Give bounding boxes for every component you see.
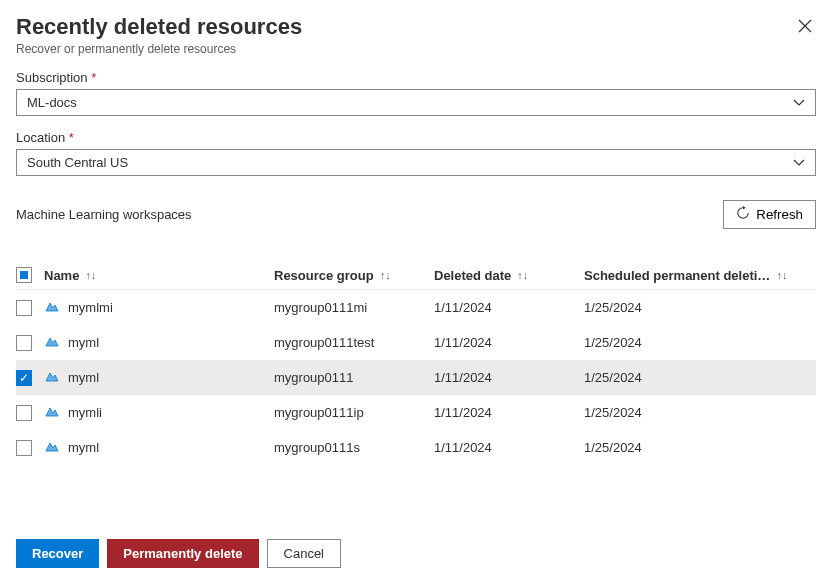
row-checkbox[interactable]: ✓ <box>16 370 32 386</box>
row-checkbox[interactable] <box>16 335 32 351</box>
row-name: mymli <box>68 405 102 420</box>
recover-button[interactable]: Recover <box>16 539 99 568</box>
sort-icon: ↑↓ <box>85 269 96 281</box>
column-header-resource-group[interactable]: Resource group ↑↓ <box>274 268 434 283</box>
row-resource-group: mygroup0111test <box>274 335 434 350</box>
ml-workspace-icon <box>44 333 60 352</box>
row-scheduled-deletion: 1/25/2024 <box>584 370 816 385</box>
table-row[interactable]: ✓mymlmygroup01111/11/20241/25/2024 <box>16 360 816 395</box>
panel-title: Recently deleted resources <box>16 14 302 40</box>
chevron-down-icon <box>793 96 805 110</box>
location-label: Location <box>16 130 65 145</box>
table-row[interactable]: mymlmimygroup0111mi1/11/20241/25/2024 <box>16 290 816 325</box>
column-header-deleted-date[interactable]: Deleted date ↑↓ <box>434 268 584 283</box>
ml-workspace-icon <box>44 298 60 317</box>
row-deleted-date: 1/11/2024 <box>434 440 584 455</box>
row-name: myml <box>68 335 99 350</box>
ml-workspace-icon <box>44 368 60 387</box>
column-header-name[interactable]: Name ↑↓ <box>44 268 274 283</box>
row-checkbox[interactable] <box>16 300 32 316</box>
workspaces-table: Name ↑↓ Resource group ↑↓ Deleted date ↑… <box>16 261 816 465</box>
row-name: myml <box>68 370 99 385</box>
column-header-scheduled-deletion[interactable]: Scheduled permanent deleti… ↑↓ <box>584 268 816 283</box>
row-scheduled-deletion: 1/25/2024 <box>584 440 816 455</box>
row-name: mymlmi <box>68 300 113 315</box>
row-resource-group: mygroup0111ip <box>274 405 434 420</box>
ml-workspace-icon <box>44 403 60 422</box>
ml-workspace-icon <box>44 438 60 457</box>
row-name: myml <box>68 440 99 455</box>
refresh-button[interactable]: Refresh <box>723 200 816 229</box>
row-resource-group: mygroup0111 <box>274 370 434 385</box>
row-deleted-date: 1/11/2024 <box>434 370 584 385</box>
section-label: Machine Learning workspaces <box>16 207 192 222</box>
row-checkbox[interactable] <box>16 440 32 456</box>
close-icon[interactable] <box>794 14 816 40</box>
row-deleted-date: 1/11/2024 <box>434 405 584 420</box>
panel-subtitle: Recover or permanently delete resources <box>16 42 302 56</box>
select-all-checkbox[interactable] <box>16 267 32 283</box>
refresh-icon <box>736 206 750 223</box>
subscription-select[interactable]: ML-docs <box>16 89 816 116</box>
table-row[interactable]: mymlimygroup0111ip1/11/20241/25/2024 <box>16 395 816 430</box>
row-scheduled-deletion: 1/25/2024 <box>584 300 816 315</box>
subscription-value: ML-docs <box>27 95 77 110</box>
chevron-down-icon <box>793 156 805 170</box>
row-checkbox[interactable] <box>16 405 32 421</box>
sort-icon: ↑↓ <box>380 269 391 281</box>
row-resource-group: mygroup0111s <box>274 440 434 455</box>
table-row[interactable]: mymlmygroup0111s1/11/20241/25/2024 <box>16 430 816 465</box>
refresh-label: Refresh <box>756 207 803 222</box>
required-indicator: * <box>69 130 74 145</box>
location-select[interactable]: South Central US <box>16 149 816 176</box>
row-deleted-date: 1/11/2024 <box>434 300 584 315</box>
row-resource-group: mygroup0111mi <box>274 300 434 315</box>
permanently-delete-button[interactable]: Permanently delete <box>107 539 258 568</box>
cancel-button[interactable]: Cancel <box>267 539 341 568</box>
sort-icon: ↑↓ <box>517 269 528 281</box>
table-row[interactable]: mymlmygroup0111test1/11/20241/25/2024 <box>16 325 816 360</box>
required-indicator: * <box>91 70 96 85</box>
row-scheduled-deletion: 1/25/2024 <box>584 405 816 420</box>
sort-icon: ↑↓ <box>776 269 787 281</box>
row-scheduled-deletion: 1/25/2024 <box>584 335 816 350</box>
location-value: South Central US <box>27 155 128 170</box>
row-deleted-date: 1/11/2024 <box>434 335 584 350</box>
subscription-label: Subscription <box>16 70 88 85</box>
